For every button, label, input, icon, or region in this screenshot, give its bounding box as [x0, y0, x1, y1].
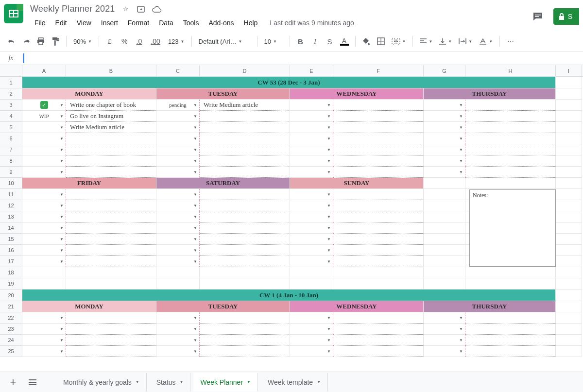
dropdown-arrow-icon[interactable]: ▼ [60, 204, 64, 208]
cell[interactable] [556, 144, 582, 155]
formula-input[interactable] [23, 53, 583, 63]
text-color-button[interactable]: A [338, 34, 351, 48]
week-header[interactable]: CW 53 (28 Dec - 3 Jan) [22, 77, 556, 88]
cell[interactable] [556, 234, 582, 245]
task-cell[interactable]: Write one chapter of book [66, 100, 156, 111]
dropdown-arrow-icon[interactable]: ▼ [459, 125, 463, 130]
dropdown-arrow-icon[interactable]: ▼ [193, 159, 197, 163]
dropdown-arrow-icon[interactable]: ▼ [193, 136, 197, 141]
status-cell[interactable]: ▼ [290, 222, 333, 234]
fx-label[interactable]: fx [0, 54, 22, 62]
task-cell[interactable] [66, 312, 156, 324]
task-cell[interactable] [200, 234, 290, 245]
dropdown-arrow-icon[interactable]: ▼ [193, 226, 197, 230]
rowh-18[interactable]: 18 [0, 267, 22, 278]
status-cell[interactable]: ▼ [156, 167, 200, 178]
colh-F[interactable]: F [333, 65, 424, 76]
rowh-8[interactable]: 8 [0, 155, 22, 167]
notes-box[interactable]: Notes: [469, 189, 556, 267]
print-button[interactable] [34, 34, 48, 48]
task-cell[interactable] [333, 167, 424, 178]
status-cell[interactable]: ▼ [290, 346, 333, 357]
cell[interactable] [424, 278, 465, 290]
task-cell[interactable] [465, 111, 556, 122]
task-cell[interactable] [333, 133, 424, 144]
cell[interactable] [66, 278, 156, 290]
more-tools-button[interactable]: ⋯ [504, 34, 517, 48]
dropdown-arrow-icon[interactable]: ▼ [327, 338, 331, 342]
task-cell[interactable] [66, 256, 156, 267]
task-cell[interactable] [333, 256, 424, 267]
rowh-24[interactable]: 24 [0, 335, 22, 346]
status-cell[interactable]: ▼ [156, 200, 200, 211]
task-cell[interactable] [465, 122, 556, 133]
day-mon[interactable]: MONDAY [22, 88, 156, 100]
task-cell[interactable] [333, 155, 424, 167]
all-sheets-button[interactable] [24, 374, 41, 391]
dropdown-arrow-icon[interactable]: ▼ [193, 259, 197, 264]
task-cell[interactable] [66, 200, 156, 211]
rowh-21[interactable]: 21 [0, 301, 22, 312]
dropdown-arrow-icon[interactable]: ▼ [60, 136, 64, 141]
sheet-tab-3[interactable]: Week template▼ [261, 373, 328, 392]
colh-C[interactable]: C [156, 65, 200, 76]
status-cell[interactable]: ▼ [22, 346, 66, 357]
dropdown-arrow-icon[interactable]: ▼ [60, 170, 64, 174]
menu-edit[interactable]: Edit [51, 17, 71, 29]
text-wrap-button[interactable]: ▼ [456, 34, 475, 48]
status-cell[interactable]: ▼ [290, 167, 333, 178]
colh-B[interactable]: B [66, 65, 156, 76]
task-cell[interactable] [333, 122, 424, 133]
currency-button[interactable]: £ [103, 34, 117, 48]
status-cell[interactable]: ▼ [156, 155, 200, 167]
rowh-10[interactable]: 10 [0, 178, 22, 189]
status-cell[interactable]: ▼ [156, 144, 200, 155]
rowh-9[interactable]: 9 [0, 167, 22, 178]
status-cell[interactable]: ▼ [290, 155, 333, 167]
status-cell[interactable]: ▼ [156, 312, 200, 324]
status-cell[interactable]: ▼ [156, 211, 200, 222]
status-cell[interactable]: ▼ [156, 335, 200, 346]
task-cell[interactable] [333, 200, 424, 211]
dropdown-arrow-icon[interactable]: ▼ [459, 316, 463, 320]
status-cell[interactable]: ▼ [156, 222, 200, 234]
paint-format-button[interactable] [49, 34, 62, 48]
cell[interactable] [556, 267, 582, 278]
dropdown-arrow-icon[interactable]: ▼ [193, 316, 197, 320]
status-cell[interactable]: ▼ [156, 111, 200, 122]
cell[interactable] [556, 178, 582, 189]
task-cell[interactable] [200, 335, 290, 346]
cell[interactable] [290, 267, 333, 278]
dropdown-arrow-icon[interactable]: ▼ [327, 237, 331, 241]
task-cell[interactable] [200, 155, 290, 167]
task-cell[interactable] [66, 144, 156, 155]
dropdown-arrow-icon[interactable]: ▼ [60, 215, 64, 219]
dropdown-arrow-icon[interactable]: ▼ [193, 338, 197, 342]
task-cell[interactable] [200, 312, 290, 324]
cell[interactable] [424, 222, 465, 234]
dropdown-arrow-icon[interactable]: ▼ [327, 125, 331, 130]
text-rotation-button[interactable]: ▼ [476, 34, 496, 48]
strikethrough-button[interactable]: S [323, 34, 337, 48]
doc-title[interactable]: Weekly Planner 2021 [30, 4, 115, 14]
day-wed[interactable]: WEDNESDAY [290, 88, 424, 100]
task-cell[interactable] [200, 346, 290, 357]
dropdown-arrow-icon[interactable]: ▼ [60, 316, 64, 320]
dropdown-arrow-icon[interactable]: ▼ [459, 114, 463, 119]
dropdown-arrow-icon[interactable]: ▼ [327, 349, 331, 354]
cell[interactable] [556, 278, 582, 290]
dropdown-arrow-icon[interactable]: ▼ [327, 215, 331, 219]
task-cell[interactable] [465, 133, 556, 144]
status-cell[interactable]: ▼ [290, 211, 333, 222]
status-cell[interactable]: ▼ [424, 312, 465, 324]
rowh-2[interactable]: 2 [0, 88, 22, 100]
status-cell[interactable]: ▼ [290, 111, 333, 122]
font-select[interactable]: Default (Ari…▼ [196, 34, 253, 48]
dropdown-arrow-icon[interactable]: ▼ [459, 349, 463, 354]
cell[interactable] [556, 133, 582, 144]
status-cell[interactable]: ▼ [290, 133, 333, 144]
dropdown-arrow-icon[interactable]: ▼ [60, 327, 64, 331]
status-cell[interactable]: ▼ [424, 324, 465, 335]
dropdown-arrow-icon[interactable]: ▼ [327, 192, 331, 197]
task-cell[interactable] [333, 245, 424, 256]
